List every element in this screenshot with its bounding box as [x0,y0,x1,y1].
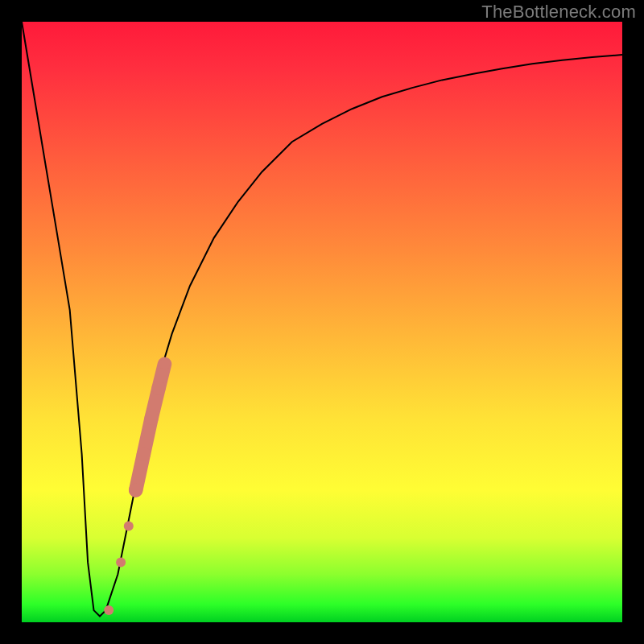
curve-markers [104,359,170,616]
chart-svg [22,22,622,622]
curve-marker [137,447,151,460]
curve-marker [144,411,158,425]
curve-marker [159,359,170,369]
watermark-text: TheBottleneck.com [481,2,636,23]
plot-area [22,22,622,622]
bottleneck-curve [22,22,622,617]
curve-marker [124,522,134,531]
curve-marker [151,381,165,394]
curve-marker [104,605,114,615]
curve-marker [116,557,126,567]
curve-marker [129,483,142,497]
chart-frame: TheBottleneck.com [0,0,644,644]
